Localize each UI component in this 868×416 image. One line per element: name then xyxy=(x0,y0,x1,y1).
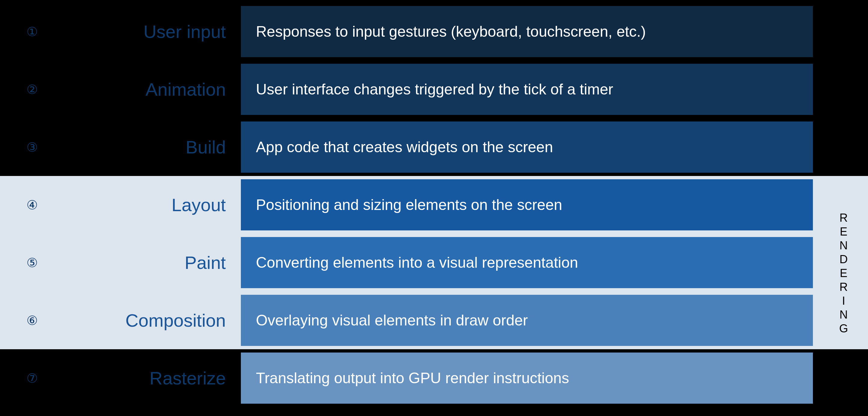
pipeline-row-rasterize: ⑦ Rasterize Translating output into GPU … xyxy=(0,352,868,404)
step-number: ③ xyxy=(0,140,51,154)
step-description: App code that creates widgets on the scr… xyxy=(241,122,813,173)
rendering-group-label: RENDERING xyxy=(837,211,850,336)
pipeline-row-paint: ⑤ Paint Converting elements into a visua… xyxy=(0,237,868,288)
step-label: Composition xyxy=(51,310,241,331)
step-number: ① xyxy=(0,24,51,39)
pipeline-row-layout: ④ Layout Positioning and sizing elements… xyxy=(0,179,868,231)
step-number: ⑦ xyxy=(0,371,51,386)
rows-wrapper: RENDERING ① User input Responses to inpu… xyxy=(0,6,868,404)
step-description: Responses to input gestures (keyboard, t… xyxy=(241,6,813,57)
step-label: Build xyxy=(51,137,241,158)
pipeline-row-build: ③ Build App code that creates widgets on… xyxy=(0,122,868,173)
step-description: Positioning and sizing elements on the s… xyxy=(241,179,813,231)
pipeline-diagram: RENDERING ① User input Responses to inpu… xyxy=(0,0,868,416)
step-description: Converting elements into a visual repres… xyxy=(241,237,813,288)
step-label: Paint xyxy=(51,252,241,273)
step-label: Rasterize xyxy=(51,368,241,389)
step-label: Animation xyxy=(51,79,241,100)
pipeline-row-animation: ② Animation User interface changes trigg… xyxy=(0,64,868,115)
step-number: ④ xyxy=(0,198,51,212)
step-label: User input xyxy=(51,21,241,42)
step-number: ⑤ xyxy=(0,255,51,270)
step-number: ② xyxy=(0,82,51,97)
pipeline-row-user-input: ① User input Responses to input gestures… xyxy=(0,6,868,57)
step-label: Layout xyxy=(51,195,241,215)
step-number: ⑥ xyxy=(0,313,51,328)
pipeline-row-composition: ⑥ Composition Overlaying visual elements… xyxy=(0,295,868,346)
step-description: User interface changes triggered by the … xyxy=(241,64,813,115)
step-description: Overlaying visual elements in draw order xyxy=(241,295,813,346)
step-description: Translating output into GPU render instr… xyxy=(241,352,813,404)
